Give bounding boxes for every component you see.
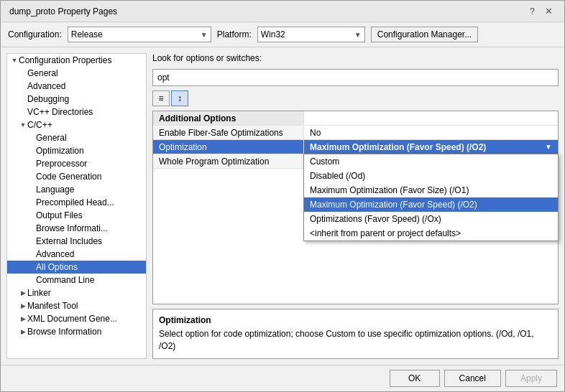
- sort-button[interactable]: ↕: [171, 90, 188, 106]
- list-icon: ≡: [158, 93, 163, 103]
- platform-select[interactable]: Win32 ▼: [257, 27, 365, 42]
- tree-item-all-options[interactable]: All Options: [7, 261, 146, 274]
- help-button[interactable]: ?: [527, 6, 538, 17]
- tree-item-debugging[interactable]: Debugging: [7, 93, 146, 106]
- tree-item-label: Advanced: [36, 249, 74, 259]
- prop-row-optimization[interactable]: Optimization Maximum Optimization (Favor…: [153, 140, 558, 154]
- cancel-button[interactable]: Cancel: [444, 370, 501, 387]
- description-panel: Optimization Select option for code opti…: [152, 309, 559, 359]
- tree-item-code-generation[interactable]: Code Generation: [7, 170, 146, 183]
- description-text: Select option for code optimization; cho…: [159, 328, 552, 353]
- tree-item-label: Manifest Tool: [27, 301, 78, 311]
- platform-label: Platform:: [217, 29, 252, 39]
- tree-item-label: Command Line: [36, 275, 94, 285]
- expand-icon: ▼: [10, 57, 19, 64]
- tree-item-command-line[interactable]: Command Line: [7, 274, 146, 286]
- tree-item-label: External Includes: [36, 236, 102, 246]
- prop-name: Enable Fiber-Safe Optimizations: [153, 126, 304, 139]
- tree-item-label: Language: [36, 185, 74, 195]
- tree-item-label: Linker: [27, 288, 51, 298]
- expand-icon: ▶: [19, 289, 27, 297]
- tree-item-manifest-tool[interactable]: ▶ Manifest Tool: [7, 299, 146, 312]
- prop-name: Optimization: [153, 140, 304, 154]
- apply-button[interactable]: Apply: [505, 370, 557, 387]
- configuration-select[interactable]: Release ▼: [68, 27, 211, 42]
- prop-row-additional: Additional Options: [153, 111, 558, 126]
- tree-item-precompiled[interactable]: Precompiled Head...: [7, 196, 146, 209]
- prop-row-fiber-safe[interactable]: Enable Fiber-Safe Optimizations No: [153, 126, 558, 140]
- dropdown-item-disabled[interactable]: Disabled (/Od): [304, 169, 558, 183]
- tree-item-general[interactable]: General: [7, 67, 146, 80]
- config-manager-button[interactable]: Configuration Manager...: [371, 27, 478, 42]
- search-input[interactable]: [152, 69, 559, 86]
- tree-item-label: Debugging: [27, 94, 69, 104]
- tree-item-browse-info[interactable]: Browse Informati...: [7, 222, 146, 235]
- tree-item-cpp-advanced[interactable]: Advanced: [7, 248, 146, 261]
- look-for-label: Look for options or switches:: [152, 53, 559, 63]
- config-bar: Configuration: Release ▼ Platform: Win32…: [1, 22, 564, 47]
- tree-item-cpp-general[interactable]: General: [7, 131, 146, 144]
- dropdown-item-inherit[interactable]: <inherit from parent or project defaults…: [304, 226, 558, 241]
- expand-icon: ▶: [19, 302, 27, 309]
- tree-item-label: Advanced: [27, 81, 65, 91]
- tree-item-label: General: [27, 68, 58, 78]
- expand-icon: ▼: [19, 121, 27, 129]
- tree-item-vc-dirs[interactable]: VC++ Directories: [7, 106, 146, 118]
- tree-item-label: Output Files: [36, 210, 83, 220]
- prop-name: Additional Options: [153, 111, 304, 125]
- tree-item-label: Browse Informati...: [36, 223, 108, 233]
- tree-item-label: XML Document Gene...: [27, 314, 117, 324]
- ok-button[interactable]: OK: [390, 370, 440, 387]
- close-button[interactable]: ✕: [542, 6, 556, 17]
- tree-item-label: General: [36, 133, 67, 143]
- toolbar-row: ≡ ↕: [152, 90, 559, 106]
- tree-item-linker[interactable]: ▶ Linker: [7, 286, 146, 299]
- description-title: Optimization: [159, 315, 552, 325]
- tree-item-external[interactable]: External Includes: [7, 235, 146, 248]
- tree-item-browse-information[interactable]: ▶ Browse Information: [7, 325, 146, 338]
- prop-value: No: [304, 126, 558, 139]
- sort-icon: ↕: [178, 93, 182, 103]
- tree-item-label: All Options: [36, 262, 78, 272]
- dialog-window: dump_proto Property Pages ? ✕ Configurat…: [0, 0, 565, 392]
- dropdown-item-favor-size[interactable]: Maximum Optimization (Favor Size) (/O1): [304, 183, 558, 197]
- dropdown-item-favor-speed-ox[interactable]: Optimizations (Favor Speed) (/Ox): [304, 212, 558, 226]
- tree-item-label: Preprocessor: [36, 159, 87, 169]
- tree-item-output[interactable]: Output Files: [7, 209, 146, 222]
- prop-name: Whole Program Optimization: [153, 154, 304, 168]
- tree-item-config-properties[interactable]: ▼ Configuration Properties: [7, 54, 146, 67]
- platform-select-arrow: ▼: [354, 31, 362, 39]
- right-panel: Look for options or switches: ≡ ↕ Additi…: [152, 53, 559, 359]
- prop-value: [304, 111, 558, 125]
- main-content: ▼ Configuration Properties General Advan…: [1, 47, 564, 365]
- configuration-select-arrow: ▼: [201, 31, 208, 39]
- window-title: dump_proto Property Pages: [9, 6, 117, 17]
- expand-icon: ▶: [19, 328, 27, 335]
- tree-item-cpp[interactable]: ▼ C/C++: [7, 118, 146, 131]
- dropdown-item-favor-speed[interactable]: Maximum Optimization (Favor Speed) (/O2): [304, 197, 558, 212]
- left-panel: ▼ Configuration Properties General Advan…: [6, 53, 147, 359]
- title-bar: dump_proto Property Pages ? ✕: [1, 1, 564, 22]
- tree-item-label: Code Generation: [36, 172, 101, 182]
- optimization-dropdown[interactable]: Custom Disabled (/Od) Maximum Optimizati…: [303, 154, 559, 241]
- configuration-label: Configuration:: [8, 29, 62, 39]
- prop-value: Maximum Optimization (Favor Speed) (/O2)…: [304, 140, 558, 154]
- tree-item-xml-doc[interactable]: ▶ XML Document Gene...: [7, 312, 146, 325]
- tree-item-advanced[interactable]: Advanced: [7, 80, 146, 93]
- tree-item-label: Browse Information: [27, 327, 101, 337]
- tree-item-optimization[interactable]: Optimization: [7, 144, 146, 157]
- tree-item-preprocessor[interactable]: Preprocessor: [7, 157, 146, 170]
- title-bar-controls: ? ✕: [527, 6, 556, 17]
- tree-item-label: Optimization: [36, 146, 84, 156]
- bottom-bar: OK Cancel Apply: [1, 365, 564, 391]
- tree-item-label: C/C++: [27, 120, 52, 130]
- list-view-button[interactable]: ≡: [152, 90, 170, 106]
- tree-item-label: VC++ Directories: [27, 107, 93, 117]
- dropdown-arrow-icon[interactable]: ▼: [545, 143, 552, 151]
- tree-item-label: Configuration Properties: [19, 55, 111, 65]
- tree-item-language[interactable]: Language: [7, 183, 146, 196]
- expand-icon: ▶: [19, 315, 27, 322]
- tree-item-label: Precompiled Head...: [36, 197, 114, 207]
- dropdown-item-custom[interactable]: Custom: [304, 154, 558, 169]
